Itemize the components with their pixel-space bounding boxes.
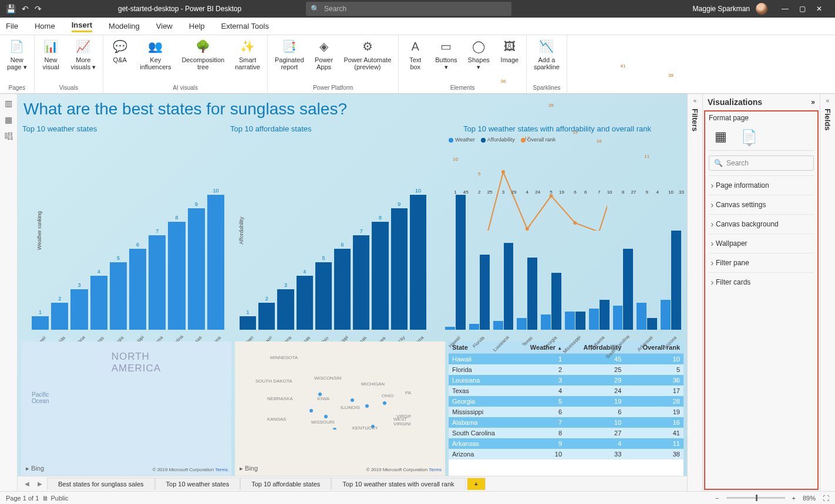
map-usa[interactable]: MINNESOTASOUTH DAKOTAWISCONSINNEBRASKAIO…	[235, 341, 445, 476]
prev-page-icon[interactable]: ◀	[21, 481, 33, 487]
table-row[interactable]: South Carolina82741	[449, 428, 684, 438]
table-row[interactable]: Louisiana32936	[449, 375, 684, 385]
col-header[interactable]: Overall rank	[625, 341, 684, 354]
minimize-button[interactable]: —	[782, 5, 789, 13]
format-page-icon[interactable]: 📄	[741, 129, 757, 144]
menu-home[interactable]: Home	[35, 22, 55, 31]
next-page-icon[interactable]: ▶	[34, 481, 46, 487]
ribbon-buttons[interactable]: ▭Buttons▾	[432, 38, 460, 72]
menubar: FileHomeInsertModelingViewHelpExternal T…	[0, 18, 835, 35]
ribbon-more[interactable]: 📈Morevisuals ▾	[68, 38, 100, 72]
bing-logo: ▸ Bing	[240, 465, 258, 472]
ribbon-key[interactable]: 👥Keyinfluencers	[136, 38, 174, 72]
map-north-america[interactable]: PacificOcean ▸ Bing © 2019 Microsoft Cor…	[21, 341, 231, 476]
user-name[interactable]: Maggie Sparkman	[693, 5, 750, 13]
fit-page-icon[interactable]: ⛶	[823, 495, 829, 502]
table-row[interactable]: Alabama71016	[449, 417, 684, 428]
redo-icon[interactable]: ↷	[35, 4, 42, 13]
table-row[interactable]: Mississippi6619	[449, 407, 684, 417]
ribbon-power-automate[interactable]: ⚙Power Automate(preview)	[341, 38, 395, 72]
menu-external-tools[interactable]: External Tools	[221, 22, 269, 31]
zoom-level[interactable]: 89%	[803, 495, 816, 502]
table-row[interactable]: Arizona103338	[449, 449, 684, 459]
terms-link[interactable]: Terms	[429, 467, 442, 472]
table-row[interactable]: Florida2255	[449, 364, 684, 375]
fields-pane[interactable]: « Fields	[820, 94, 835, 491]
svg-text:IOWA: IOWA	[317, 396, 330, 401]
model-view-icon[interactable]: 唱	[5, 131, 13, 142]
terms-link[interactable]: Terms	[215, 467, 228, 472]
ribbon-smart[interactable]: ✨Smartnarrative	[231, 38, 264, 72]
maximize-button[interactable]: ▢	[799, 5, 806, 13]
zoom-out-button[interactable]: −	[715, 495, 719, 502]
ribbon-icon: 📊	[43, 39, 59, 54]
format-section[interactable]: Filter pane	[709, 253, 814, 272]
format-subheader: Format page	[709, 114, 814, 122]
svg-text:MISSOURI: MISSOURI	[311, 420, 335, 425]
page-layout-icon[interactable]: ▦	[715, 129, 727, 144]
ribbon-icon: 🖼	[502, 39, 517, 54]
ribbon-icon: ◯	[471, 39, 486, 54]
global-search[interactable]: 🔍 Search	[306, 2, 511, 16]
svg-point-25	[365, 404, 369, 408]
page-tab[interactable]: Top 10 affordable states	[240, 478, 331, 490]
save-icon[interactable]: 💾	[6, 4, 16, 13]
table-row[interactable]: Hawaii14510	[449, 354, 684, 365]
menu-modeling[interactable]: Modeling	[109, 22, 140, 31]
svg-point-2	[501, 170, 505, 174]
svg-point-27	[383, 401, 386, 405]
zoom-in-button[interactable]: +	[792, 495, 796, 502]
ribbon-power[interactable]: ◈PowerApps	[311, 38, 337, 72]
chart-weather[interactable]: Top 10 weather states Weather ranking 1H…	[21, 122, 227, 339]
data-view-icon[interactable]: ▦	[5, 115, 12, 124]
ribbon-paginated[interactable]: 📑Paginatedreport	[271, 38, 308, 72]
chart-title: Top 10 weather states with affordability…	[431, 122, 684, 136]
ribbon-new[interactable]: 📊Newvisual	[38, 38, 64, 72]
ribbon-icon: 👥	[148, 39, 163, 54]
ribbon-icon: 📑	[282, 39, 297, 54]
chart-combo[interactable]: Top 10 weather states with affordability…	[431, 122, 684, 339]
format-search[interactable]: 🔍 Search	[709, 155, 814, 171]
zoom-slider[interactable]	[726, 497, 785, 499]
page-tab[interactable]: Top 10 weather states	[155, 478, 241, 490]
format-section[interactable]: Canvas settings	[709, 195, 814, 214]
chevron-left-icon[interactable]: «	[826, 97, 830, 104]
ribbon-image[interactable]: 🖼Image	[497, 38, 523, 72]
ribbon-add-a[interactable]: 📉Add asparkline	[530, 38, 563, 72]
viz-title: Visualizations	[708, 97, 762, 107]
close-button[interactable]: ✕	[816, 5, 822, 13]
format-section[interactable]: Canvas background	[709, 214, 814, 234]
chevron-right-icon[interactable]: »	[811, 98, 815, 106]
ribbon-q-a[interactable]: 💬Q&A	[107, 38, 133, 72]
ribbon-new[interactable]: 📄Newpage ▾	[4, 38, 31, 72]
status-bar: Page 1 of 1 🗎 Public − + 89% ⛶	[0, 491, 835, 504]
menu-view[interactable]: View	[156, 22, 173, 31]
chevron-left-icon[interactable]: «	[693, 97, 697, 104]
report-view-icon[interactable]: ▥	[5, 99, 12, 108]
svg-text:KANSAS: KANSAS	[267, 417, 286, 422]
page-tab[interactable]: Top 10 weather states with overall rank	[331, 478, 465, 490]
ribbon-text[interactable]: ATextbox	[402, 38, 428, 72]
table-row[interactable]: Arkansas9411	[449, 438, 684, 449]
ribbon-icon: 📄	[9, 39, 25, 54]
sensitivity-label[interactable]: Public	[50, 495, 68, 502]
chart-affordable[interactable]: Top 10 affordable states Affordability 1…	[229, 122, 429, 339]
state-table[interactable]: StateWeather ▲AffordabilityOverall rankH…	[449, 341, 684, 476]
table-row[interactable]: Texas42417	[449, 385, 684, 396]
format-section[interactable]: Filter cards	[709, 272, 814, 292]
svg-text:SOUTH DAKOTA: SOUTH DAKOTA	[255, 378, 292, 384]
svg-text:MINNESOTA: MINNESOTA	[270, 355, 298, 360]
ribbon-decomposition[interactable]: 🌳Decompositiontree	[178, 38, 228, 72]
table-row[interactable]: Georgia51928	[449, 396, 684, 407]
avatar[interactable]	[756, 3, 767, 15]
menu-help[interactable]: Help	[189, 22, 205, 31]
filters-pane[interactable]: « Filters	[687, 94, 702, 491]
page-tab[interactable]: Best states for sunglass sales	[47, 478, 155, 490]
format-section[interactable]: Page information	[709, 175, 814, 195]
format-section[interactable]: Wallpaper	[709, 234, 814, 253]
menu-insert[interactable]: Insert	[72, 21, 92, 32]
ribbon-shapes[interactable]: ◯Shapes▾	[464, 38, 493, 72]
menu-file[interactable]: File	[6, 22, 18, 31]
undo-icon[interactable]: ↶	[22, 4, 29, 13]
add-page-button[interactable]: +	[467, 478, 486, 490]
